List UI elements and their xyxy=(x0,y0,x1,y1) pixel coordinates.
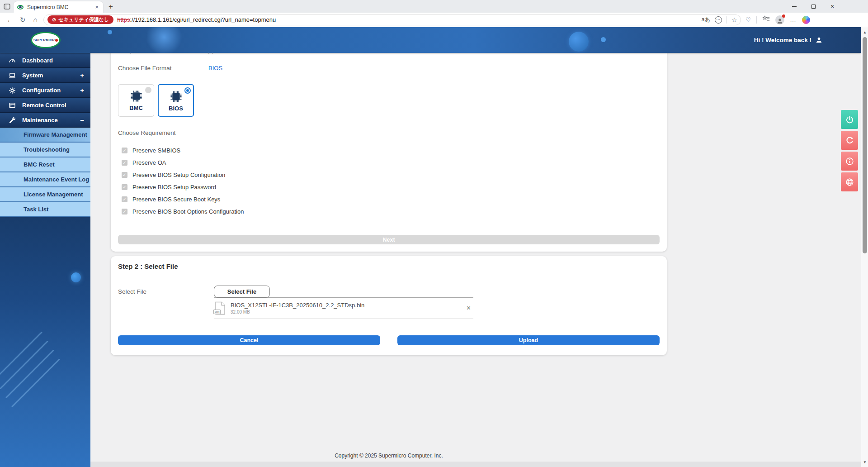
sidebar-item-task-list[interactable]: Task List xyxy=(0,202,90,217)
decor-circle xyxy=(71,272,81,282)
refresh-bmc-button[interactable] xyxy=(841,131,858,150)
globe-language-button[interactable] xyxy=(841,172,858,191)
upload-button[interactable]: Upload xyxy=(397,335,660,345)
requirement-row: ✓ Preserve BIOS Boot Options Configurati… xyxy=(122,205,660,218)
scrollbar-thumb[interactable] xyxy=(863,37,867,253)
wrench-icon xyxy=(7,116,17,124)
requirement-row: ✓ Preserve BIOS Setup Configuration xyxy=(122,169,660,181)
file-format-value: BIOS xyxy=(208,65,222,71)
checkbox-checked[interactable]: ✓ xyxy=(122,160,127,166)
browser-tab[interactable]: Supermicro BMC × xyxy=(14,1,103,13)
favorites-icon[interactable] xyxy=(762,15,770,24)
refresh-button[interactable]: ↻ xyxy=(16,14,29,26)
url-field[interactable]: ⊘ セキュリティ保護なし https://192.168.1.161/cgi/u… xyxy=(43,14,741,25)
scroll-down-arrow[interactable]: ▼ xyxy=(861,458,868,466)
checkbox-checked[interactable]: ✓ xyxy=(122,148,127,153)
add-favorite-icon[interactable]: ☆ xyxy=(731,16,737,24)
window-close-button[interactable]: × xyxy=(823,0,842,13)
settings-more-icon[interactable]: … xyxy=(790,16,797,24)
checkbox-checked[interactable]: ✓ xyxy=(122,184,127,190)
decor-glow xyxy=(146,27,182,53)
window-minimize-button[interactable] xyxy=(785,0,804,13)
decor-stripe xyxy=(11,358,60,407)
format-option-label: BIOS xyxy=(169,105,183,112)
sidebar-item-remote-control[interactable]: Remote Control xyxy=(0,98,90,113)
checkbox-label: Preserve BIOS Secure Boot Keys xyxy=(132,196,220,203)
welcome-message: Hi ! Welcome back ! xyxy=(754,27,823,53)
page-scrollbar[interactable]: ▲ ▼ xyxy=(861,27,868,467)
checkbox-label: Preserve SMBIOS xyxy=(132,147,180,154)
checkbox-label: Preserve OA xyxy=(132,159,166,166)
window-controls: × xyxy=(785,0,842,13)
sidebar-subitem-label: Task List xyxy=(24,206,48,213)
scroll-up-arrow[interactable]: ▲ xyxy=(861,28,868,36)
profile-avatar[interactable] xyxy=(775,15,784,24)
translate-icon[interactable]: aあ xyxy=(702,16,710,24)
url-text[interactable]: https://192.168.1.161/cgi/url_redirect.c… xyxy=(117,16,276,23)
sidebar-item-system[interactable]: System + xyxy=(0,68,90,83)
new-tab-button[interactable]: + xyxy=(108,2,113,13)
browser-essentials-icon[interactable]: ♡ xyxy=(745,16,751,23)
checkbox-checked[interactable]: ✓ xyxy=(122,209,127,214)
select-file-button[interactable]: Select File xyxy=(214,286,270,298)
sidebar-item-label: Dashboard xyxy=(22,57,53,64)
format-option-bios[interactable]: BIOS xyxy=(158,84,194,117)
checkbox-checked[interactable]: ✓ xyxy=(122,196,127,202)
checkbox-label: Preserve BIOS Setup Configuration xyxy=(132,172,225,178)
checkbox-checked[interactable]: ✓ xyxy=(122,172,127,178)
sidebar-item-maintenance-event-log[interactable]: Maintenance Event Log xyxy=(0,172,90,187)
format-option-bmc[interactable]: BMC xyxy=(118,84,154,117)
tab-title: Supermicro BMC xyxy=(27,4,90,10)
radio-unselected[interactable] xyxy=(145,87,151,93)
remove-file-icon[interactable]: × xyxy=(465,304,472,312)
window-maximize-button[interactable] xyxy=(804,0,823,13)
supermicro-logo[interactable]: SUPERMICR xyxy=(31,32,61,48)
file-name: BIOS_X12STL-IF-1C3B_20250610_2.2_STDsp.b… xyxy=(231,302,364,309)
gear-icon xyxy=(7,86,17,95)
cancel-button[interactable]: Cancel xyxy=(118,335,380,345)
sidebar-item-license-management[interactable]: License Management xyxy=(0,187,90,202)
tab-actions-icon[interactable] xyxy=(0,0,14,13)
requirement-row: ✓ Preserve SMBIOS xyxy=(122,144,660,157)
sidebar-subitem-label: Troubleshooting xyxy=(24,146,70,153)
file-size: 32.00 MB xyxy=(231,310,364,315)
collapse-minus-icon[interactable]: − xyxy=(80,116,90,124)
sidebar-item-firmware-management[interactable]: Firmware Management xyxy=(0,128,90,143)
requirement-list: ✓ Preserve SMBIOS ✓ Preserve OA ✓ Preser… xyxy=(122,144,660,218)
sidebar-item-bmc-reset[interactable]: BMC Reset xyxy=(0,157,90,172)
step2-card: Step 2 : Select File Select File Select … xyxy=(111,256,667,355)
next-button[interactable]: Next xyxy=(118,235,660,244)
step1-card: Step 1 : Select Firmware Type Choose Fil… xyxy=(111,53,667,252)
decor-dot xyxy=(108,30,112,34)
sidebar-item-dashboard[interactable]: Dashboard xyxy=(0,53,90,68)
power-button[interactable] xyxy=(841,110,858,129)
sidebar-item-configuration[interactable]: Configuration + xyxy=(0,83,90,98)
supermicro-favicon-icon xyxy=(17,5,24,10)
divider xyxy=(756,16,757,24)
security-badge[interactable]: ⊘ セキュリティ保護なし xyxy=(47,15,113,24)
notification-dot xyxy=(782,14,785,18)
requirement-row: ✓ Preserve OA xyxy=(122,157,660,169)
tab-close-icon[interactable]: × xyxy=(94,4,99,10)
home-button[interactable]: ⌂ xyxy=(29,14,42,26)
browser-tab-bar: Supermicro BMC × + × xyxy=(0,0,868,13)
expand-plus-icon[interactable]: + xyxy=(80,86,90,94)
expand-plus-icon[interactable]: + xyxy=(80,71,90,79)
back-button[interactable]: ← xyxy=(4,14,16,26)
sidebar-item-maintenance[interactable]: Maintenance − xyxy=(0,113,90,128)
selected-file-row: BIN BIOS_X12STL-IF-1C3B_20250610_2.2_STD… xyxy=(214,298,473,319)
decor-stripe xyxy=(5,349,54,398)
requirement-row: ✓ Preserve BIOS Secure Boot Keys xyxy=(122,193,660,205)
user-icon[interactable] xyxy=(815,36,823,44)
sidebar-item-troubleshooting[interactable]: Troubleshooting xyxy=(0,143,90,157)
copilot-icon[interactable] xyxy=(802,16,810,24)
logo-text: SUPERMICR xyxy=(33,38,58,42)
step2-title: Step 2 : Select File xyxy=(118,262,660,270)
format-option-label: BMC xyxy=(129,105,143,111)
blocked-icon: ⊘ xyxy=(52,17,56,23)
info-button[interactable] xyxy=(841,152,858,171)
radio-selected[interactable] xyxy=(184,87,191,94)
quick-actions xyxy=(841,110,858,191)
url-field-actions: aあ ⋯ ☆ xyxy=(702,16,737,24)
read-aloud-icon[interactable]: ⋯ xyxy=(715,16,722,24)
